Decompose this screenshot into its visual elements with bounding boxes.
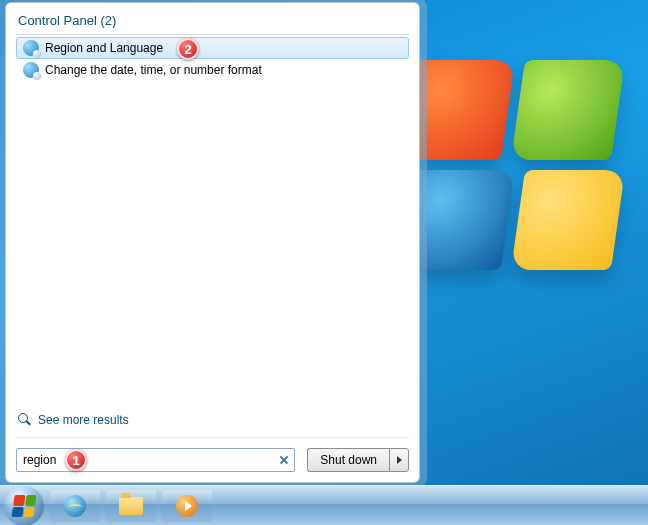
taskbar-file-explorer[interactable] — [106, 490, 156, 522]
taskbar-media-player[interactable] — [162, 490, 212, 522]
start-button[interactable] — [4, 486, 44, 526]
see-more-results[interactable]: See more results — [16, 407, 409, 437]
folder-icon — [119, 497, 143, 515]
desktop-windows-logo — [408, 60, 628, 280]
internet-explorer-icon — [64, 495, 86, 517]
shutdown-button[interactable]: Shut down — [307, 448, 389, 472]
control-panel-icon — [23, 40, 39, 56]
taskbar — [0, 485, 648, 525]
search-input[interactable] — [23, 453, 277, 467]
media-player-icon — [176, 495, 198, 517]
windows-logo-icon — [11, 495, 36, 517]
search-results: Region and Language 2 Change the date, t… — [16, 37, 409, 81]
results-category-header: Control Panel (2) — [16, 11, 409, 35]
search-box[interactable]: 1 — [16, 448, 295, 472]
shutdown-button-group: Shut down — [307, 448, 409, 472]
chevron-right-icon — [397, 456, 402, 464]
search-icon — [18, 413, 32, 427]
start-menu-bottom-row: 1 Shut down — [16, 437, 409, 472]
see-more-label: See more results — [38, 413, 129, 427]
control-panel-icon — [23, 62, 39, 78]
result-region-and-language[interactable]: Region and Language 2 — [16, 37, 409, 59]
taskbar-internet-explorer[interactable] — [50, 490, 100, 522]
start-menu-panel: Control Panel (2) Region and Language 2 … — [5, 2, 420, 483]
result-label: Change the date, time, or number format — [45, 63, 262, 77]
annotation-badge-2: 2 — [177, 38, 199, 60]
shutdown-options-button[interactable] — [389, 448, 409, 472]
clear-search-icon[interactable] — [277, 453, 290, 467]
result-label: Region and Language — [45, 41, 163, 55]
annotation-badge-1: 1 — [65, 449, 87, 471]
result-change-date-time-format[interactable]: Change the date, time, or number format — [16, 59, 409, 81]
